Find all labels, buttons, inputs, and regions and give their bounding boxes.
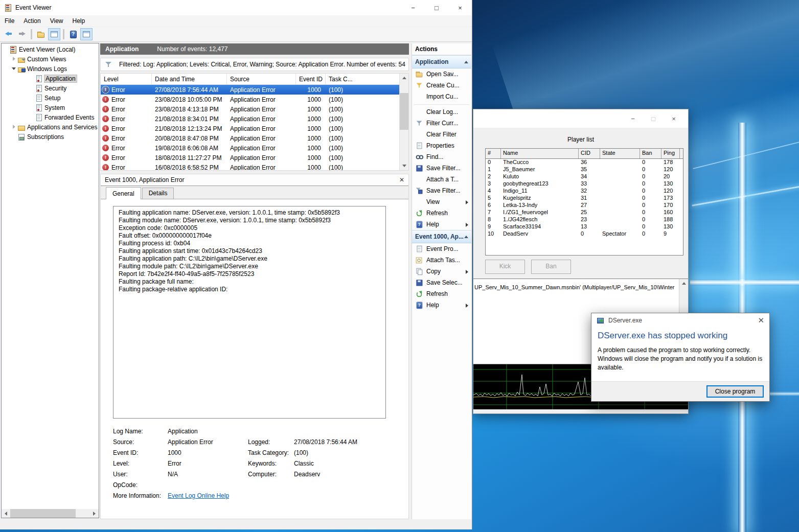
player-row[interactable]: 6 Letka-13-Indy 27 0 170: [486, 202, 683, 209]
action-item[interactable]: Open Sav...: [412, 68, 471, 80]
scrollbar-thumb[interactable]: [10, 509, 76, 518]
tree-expander-icon[interactable]: [11, 133, 17, 140]
collapse-icon[interactable]: [464, 61, 468, 63]
action-item[interactable]: Clear Filter: [412, 129, 471, 140]
action-item[interactable]: View: [412, 196, 471, 207]
tree-expander-icon[interactable]: [11, 65, 17, 72]
column-header-state[interactable]: State: [600, 149, 640, 158]
tree-item[interactable]: Event Viewer (Local): [3, 44, 98, 54]
action-item[interactable]: Import Cu...: [412, 91, 471, 102]
action-item[interactable]: Attach Tas...: [412, 255, 471, 266]
action-item[interactable]: Refresh: [412, 207, 471, 219]
column-header-task-category[interactable]: Task C...: [326, 74, 377, 84]
close-icon[interactable]: ×: [448, 0, 472, 15]
tree-item[interactable]: System: [3, 103, 98, 112]
tree-item[interactable]: Custom Views: [3, 54, 98, 64]
tree-item[interactable]: Security: [3, 83, 98, 93]
column-header-source[interactable]: Source: [227, 74, 296, 84]
collapse-icon[interactable]: [464, 236, 468, 238]
tree-expander-icon[interactable]: [28, 104, 35, 111]
column-header-ping[interactable]: Ping: [661, 149, 680, 158]
action-item[interactable]: Refresh: [412, 288, 471, 299]
action-item[interactable]: Filter Curr...: [412, 118, 471, 129]
tab-details[interactable]: Details: [142, 188, 174, 199]
actions-section-application[interactable]: Application: [412, 55, 471, 68]
event-row[interactable]: Error 23/08/2018 10:05:00 PM Application…: [101, 95, 400, 104]
ban-button[interactable]: Ban: [531, 260, 571, 274]
column-header-cid[interactable]: CID: [579, 149, 600, 158]
menu-item[interactable]: View: [45, 15, 68, 27]
toolbar-button[interactable]: [63, 29, 64, 39]
action-item[interactable]: Event Pro...: [412, 243, 471, 255]
toolbar-button[interactable]: [67, 28, 79, 40]
column-header-event-id[interactable]: Event ID: [296, 74, 326, 84]
minimize-icon[interactable]: −: [623, 115, 643, 123]
scroll-up-icon[interactable]: [679, 279, 688, 288]
tree-item[interactable]: Setup: [3, 93, 98, 103]
tree-expander-icon[interactable]: [28, 85, 35, 91]
column-header-num[interactable]: #: [486, 149, 501, 158]
player-row[interactable]: 7 I./ZG1_feuervogel 25 0 160: [486, 209, 683, 216]
action-item[interactable]: Save Filter...: [412, 163, 471, 174]
tree-item[interactable]: Subscriptions: [3, 132, 98, 142]
event-row[interactable]: Error 21/08/2018 8:34:01 PM Application …: [101, 114, 400, 124]
tree-expander-icon[interactable]: [11, 124, 17, 130]
player-row[interactable]: 8 1./JG42flesch 23 0 188: [486, 216, 683, 223]
scroll-right-icon[interactable]: [90, 509, 99, 518]
toolbar-button[interactable]: [16, 28, 28, 40]
event-description-box[interactable]: Faulting application name: DServer.exe, …: [113, 206, 386, 419]
close-icon[interactable]: ×: [664, 115, 684, 123]
close-icon[interactable]: ✕: [399, 176, 404, 183]
tree-expander-icon[interactable]: [3, 46, 9, 53]
player-row[interactable]: 0 TheCucco 36 0 178: [486, 159, 683, 166]
player-row[interactable]: 10 DeadServ 0 Spectator 0 9: [486, 230, 683, 238]
minimize-icon[interactable]: −: [401, 0, 425, 15]
scroll-up-icon[interactable]: [400, 74, 408, 82]
event-log-online-help-link[interactable]: Event Log Online Help: [168, 492, 229, 503]
action-item[interactable]: Help: [412, 219, 471, 230]
scroll-down-icon[interactable]: [400, 161, 408, 170]
event-row[interactable]: Error 19/08/2018 6:06:08 AM Application …: [101, 143, 400, 153]
toolbar-button[interactable]: [3, 28, 15, 40]
close-icon[interactable]: ✕: [758, 316, 764, 325]
toolbar-button[interactable]: [35, 28, 47, 40]
tree-horizontal-scrollbar[interactable]: [2, 509, 99, 518]
tree-expander-icon[interactable]: [28, 95, 35, 101]
tree-item[interactable]: Windows Logs: [3, 64, 98, 74]
events-vertical-scrollbar[interactable]: [399, 74, 408, 170]
menu-item[interactable]: File: [0, 15, 19, 27]
scroll-left-icon[interactable]: [2, 509, 10, 518]
tree-item[interactable]: Application: [3, 74, 98, 83]
toolbar-button[interactable]: [48, 28, 60, 40]
kick-button[interactable]: Kick: [485, 260, 525, 274]
action-item[interactable]: Copy: [412, 266, 471, 277]
scrollbar-thumb[interactable]: [400, 93, 408, 130]
maximize-icon[interactable]: □: [425, 0, 448, 15]
player-row[interactable]: 4 Indigo_11 32 0 120: [486, 188, 683, 195]
player-row[interactable]: 1 J5_Baeumer 35 0 120: [486, 166, 683, 173]
tree-item[interactable]: Applications and Services Lo: [3, 122, 98, 132]
player-row[interactable]: 2 Kuluto 34 0 20: [486, 173, 683, 180]
action-item[interactable]: Find...: [412, 151, 471, 163]
action-item[interactable]: Attach a T...: [412, 174, 471, 185]
tree-expander-icon[interactable]: [28, 75, 35, 82]
event-row[interactable]: Error 21/08/2018 12:13:24 PM Application…: [101, 124, 400, 133]
action-item[interactable]: Clear Log...: [412, 106, 471, 118]
action-item[interactable]: Help: [412, 299, 471, 311]
action-item[interactable]: Save Selec...: [412, 277, 471, 288]
event-row[interactable]: Error 20/08/2018 8:47:08 PM Application …: [101, 133, 400, 143]
action-item[interactable]: Save Filter...: [412, 185, 471, 196]
tree-item[interactable]: Forwarded Events: [3, 112, 98, 122]
column-header-name[interactable]: Name: [501, 149, 579, 158]
action-item[interactable]: Properties: [412, 140, 471, 151]
player-row[interactable]: 3 goobythegreat123 33 0 130: [486, 180, 683, 188]
toolbar-button[interactable]: [80, 28, 93, 40]
event-row[interactable]: Error 27/08/2018 7:56:44 AM Application …: [101, 85, 400, 95]
maximize-icon[interactable]: □: [643, 115, 664, 123]
tree-expander-icon[interactable]: [28, 114, 35, 121]
action-item[interactable]: Create Cu...: [412, 80, 471, 91]
menu-item[interactable]: Help: [68, 15, 90, 27]
tab-general[interactable]: General: [106, 187, 141, 199]
close-program-button[interactable]: Close program: [706, 385, 764, 398]
column-header-date[interactable]: Date and Time: [152, 74, 227, 84]
